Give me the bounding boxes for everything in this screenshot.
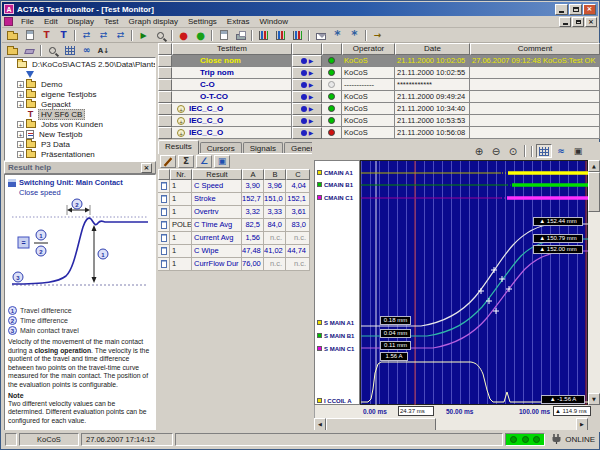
- expand-icon[interactable]: +: [17, 91, 24, 98]
- test-row-c-o[interactable]: C-O▶------------************: [158, 79, 600, 91]
- sort-button[interactable]: [95, 44, 112, 57]
- column-header-operator[interactable]: Operator: [342, 43, 395, 55]
- legend-item-cmain-c1[interactable]: CMAIN C1: [317, 193, 353, 202]
- results-header-nr[interactable]: Nr.: [170, 169, 192, 180]
- menu-item-file[interactable]: File: [16, 17, 39, 26]
- column-header-run[interactable]: [292, 43, 322, 55]
- expand-icon[interactable]: +: [17, 151, 24, 158]
- legend-item-cmain-a1[interactable]: CMAIN A1: [317, 168, 353, 177]
- sum-button[interactable]: [178, 155, 194, 168]
- mdi-close-button[interactable]: ×: [585, 17, 597, 27]
- oscillogram-plot[interactable]: 0.18 mm0.04 mm0.11 mm1.56 A▲ 152.44 mm▲ …: [360, 160, 588, 405]
- tree-item-demo[interactable]: +Demo: [5, 79, 155, 89]
- tree-item-gepackt[interactable]: +Gepackt: [5, 99, 155, 109]
- test-row-iec-c-o[interactable]: +IEC_C_O▶KoCoS21.11.2000 10:34:40: [158, 103, 600, 115]
- column-header-comment[interactable]: Comment: [470, 43, 600, 55]
- exit-button[interactable]: [369, 29, 386, 42]
- transfer-button[interactable]: [112, 29, 129, 42]
- run-test-button[interactable]: ▶: [292, 67, 322, 79]
- new-testjob-button[interactable]: [21, 29, 38, 42]
- test-row-iec-c-o[interactable]: +IEC_C_O▶KoCoS21.11.2000 10:53:53: [158, 115, 600, 127]
- column-header-status[interactable]: [322, 43, 342, 55]
- run-test-button[interactable]: ▶: [292, 127, 322, 139]
- testitem-cell[interactable]: C-O: [172, 79, 292, 91]
- tree-item-new-testjob[interactable]: +New Testjob: [5, 129, 155, 139]
- row-header-cell[interactable]: [158, 127, 172, 139]
- results-header-result[interactable]: Result: [192, 169, 242, 180]
- zoom-reset-button[interactable]: [505, 144, 521, 158]
- close-button[interactable]: ×: [583, 4, 596, 15]
- tab-results[interactable]: Results: [158, 140, 199, 154]
- legend-item-s-main-b1[interactable]: S MAIN B1: [317, 331, 354, 340]
- legend-item-s-main-c1[interactable]: S MAIN C1: [317, 344, 354, 353]
- testitem-cell[interactable]: Trip nom: [172, 67, 292, 79]
- test-row-o-t-co[interactable]: O-T-CO▶KoCoS21.11.2000 09:49:24: [158, 91, 600, 103]
- test-plan-button[interactable]: [55, 29, 72, 42]
- travel-graph-button[interactable]: [255, 29, 272, 42]
- settings-button[interactable]: [329, 29, 346, 42]
- graph-vertical-scrollbar[interactable]: ▲ ▼: [588, 160, 600, 405]
- result-row-c-wipe[interactable]: 1C Wipe47,4841,0244,74: [158, 245, 310, 258]
- abort-button[interactable]: [175, 29, 192, 42]
- open-plant-button[interactable]: [4, 29, 21, 42]
- print-button[interactable]: [232, 29, 249, 42]
- expand-icon[interactable]: +: [177, 105, 185, 113]
- options-button[interactable]: [346, 29, 363, 42]
- run-test-button[interactable]: ▶: [292, 115, 322, 127]
- column-header-testitem[interactable]: Testitem: [172, 43, 292, 55]
- testitem-cell[interactable]: +IEC_C_O: [172, 103, 292, 115]
- tree-item-p3-data[interactable]: +P3 Data: [5, 139, 155, 149]
- mdi-minimize-button[interactable]: [559, 17, 571, 27]
- result-row-c-speed[interactable]: 1C Speed3,903,964,04: [158, 180, 310, 193]
- grid-button[interactable]: [536, 144, 552, 158]
- test-row-trip-nom[interactable]: Trip nom▶KoCoS21.11.2000 10:02:55: [158, 67, 600, 79]
- maximize-button[interactable]: [569, 4, 582, 15]
- report-button[interactable]: [215, 29, 232, 42]
- details-button[interactable]: [61, 44, 78, 57]
- expand-icon[interactable]: +: [177, 117, 185, 125]
- scroll-down-button[interactable]: ▼: [588, 393, 600, 405]
- zoom-in-button[interactable]: [471, 144, 487, 158]
- menu-item-window[interactable]: Window: [255, 17, 293, 26]
- row-header-cell[interactable]: [158, 115, 172, 127]
- testitem-cell[interactable]: +IEC_C_O: [172, 115, 292, 127]
- preview-button[interactable]: [44, 44, 61, 57]
- run-test-button[interactable]: ▶: [292, 91, 322, 103]
- legend-item-cmain-b1[interactable]: CMAIN B1: [317, 180, 353, 189]
- test-row-iec-c-o[interactable]: +IEC_C_O▶KoCoS21.11.2000 10:56:08: [158, 127, 600, 139]
- expand-icon[interactable]: +: [177, 129, 185, 137]
- test-monitor-button[interactable]: [38, 29, 55, 42]
- row-header-cell[interactable]: [158, 91, 172, 103]
- result-row-overtrv[interactable]: 1Overtrv3,323,333,61: [158, 206, 310, 219]
- testitem-cell[interactable]: Close nom: [172, 55, 292, 67]
- scroll-up-button[interactable]: ▲: [588, 160, 600, 172]
- import-button[interactable]: [78, 29, 95, 42]
- change-plant-button[interactable]: [4, 44, 21, 57]
- mdi-restore-button[interactable]: [572, 17, 584, 27]
- row-header-cell[interactable]: [158, 67, 172, 79]
- link-button[interactable]: [78, 44, 95, 57]
- expand-icon[interactable]: +: [17, 131, 24, 138]
- send-button[interactable]: [312, 29, 329, 42]
- result-help-close-button[interactable]: ×: [141, 163, 152, 173]
- row-header-cell[interactable]: [158, 103, 172, 115]
- export-results-button[interactable]: [214, 155, 230, 168]
- expand-icon[interactable]: +: [17, 101, 24, 108]
- menu-item-edit[interactable]: Edit: [39, 17, 63, 26]
- row-header-cell[interactable]: [158, 55, 172, 67]
- preview-button[interactable]: [152, 29, 169, 42]
- tree-item-jobs-von-kunden[interactable]: +Jobs von Kunden: [5, 119, 155, 129]
- menu-item-settings[interactable]: Settings: [183, 17, 222, 26]
- column-header-date[interactable]: Date: [395, 43, 470, 55]
- legend-item-i-ccoil-a[interactable]: I CCOIL A: [317, 396, 352, 405]
- test-row-close-nom[interactable]: Close nom▶KoCoS21.11.2000 10:02:0527.06.…: [158, 55, 600, 67]
- menu-item-display[interactable]: Display: [63, 17, 99, 26]
- start-test-button[interactable]: [135, 29, 152, 42]
- menu-item-extras[interactable]: Extras: [222, 17, 255, 26]
- testitem-cell[interactable]: O-T-CO: [172, 91, 292, 103]
- zoom-out-button[interactable]: [488, 144, 504, 158]
- result-row-current-avg[interactable]: 1Current Avg1,56n.c.n.c.: [158, 232, 310, 245]
- results-header-a[interactable]: A: [242, 169, 264, 180]
- result-row-currflow-dur[interactable]: 1CurrFlow Dur76,00n.c.n.c.: [158, 258, 310, 271]
- export-button[interactable]: [95, 29, 112, 42]
